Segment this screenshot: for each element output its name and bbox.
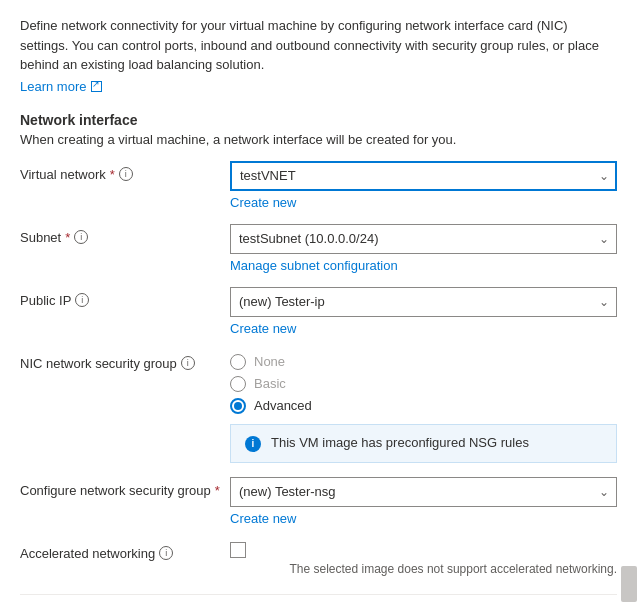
public-ip-create-new-link[interactable]: Create new <box>230 321 617 336</box>
configure-nsg-row: Configure network security group * (new)… <box>20 477 617 526</box>
nic-nsg-row: NIC network security group i None Basic … <box>20 350 617 463</box>
scrollbar[interactable] <box>621 566 637 602</box>
nic-nsg-control: None Basic Advanced i This VM image has … <box>230 350 617 463</box>
public-ip-dropdown-wrapper: (new) Tester-ip ⌄ <box>230 287 617 317</box>
accelerated-networking-label: Accelerated networking i <box>20 540 230 561</box>
public-ip-control: (new) Tester-ip ⌄ Create new <box>230 287 617 336</box>
virtual-network-label: Virtual network * i <box>20 161 230 182</box>
accelerated-networking-control: The selected image does not support acce… <box>230 540 617 576</box>
radio-none[interactable]: None <box>230 354 617 370</box>
radio-none-label: None <box>254 354 285 369</box>
nic-nsg-label: NIC network security group i <box>20 350 230 371</box>
public-ip-select[interactable]: (new) Tester-ip <box>230 287 617 317</box>
page-description: Define network connectivity for your vir… <box>20 16 617 75</box>
radio-advanced-circle <box>230 398 246 414</box>
virtual-network-control: testVNET ⌄ Create new <box>230 161 617 210</box>
nsg-info-box-icon: i <box>245 436 261 452</box>
radio-basic[interactable]: Basic <box>230 376 617 392</box>
virtual-network-select[interactable]: testVNET <box>230 161 617 191</box>
nic-nsg-radio-group: None Basic Advanced <box>230 350 617 414</box>
required-star-subnet: * <box>65 230 70 245</box>
nsg-info-box: i This VM image has preconfigured NSG ru… <box>230 424 617 463</box>
page-container: Define network connectivity for your vir… <box>0 0 637 602</box>
accelerated-networking-info-icon[interactable]: i <box>159 546 173 560</box>
virtual-network-info-icon[interactable]: i <box>119 167 133 181</box>
nic-nsg-info-icon[interactable]: i <box>181 356 195 370</box>
manage-subnet-link[interactable]: Manage subnet configuration <box>230 258 617 273</box>
subnet-row: Subnet * i testSubnet (10.0.0.0/24) ⌄ Ma… <box>20 224 617 273</box>
public-ip-label: Public IP i <box>20 287 230 308</box>
public-ip-info-icon[interactable]: i <box>75 293 89 307</box>
section-divider <box>20 594 617 595</box>
virtual-network-dropdown-wrapper: testVNET ⌄ <box>230 161 617 191</box>
radio-basic-circle <box>230 376 246 392</box>
virtual-network-row: Virtual network * i testVNET ⌄ Create ne… <box>20 161 617 210</box>
subnet-dropdown-wrapper: testSubnet (10.0.0.0/24) ⌄ <box>230 224 617 254</box>
radio-advanced[interactable]: Advanced <box>230 398 617 414</box>
subnet-label: Subnet * i <box>20 224 230 245</box>
accelerated-networking-row: Accelerated networking i The selected im… <box>20 540 617 576</box>
public-ip-row: Public IP i (new) Tester-ip ⌄ Create new <box>20 287 617 336</box>
configure-nsg-label: Configure network security group * <box>20 477 230 498</box>
virtual-network-create-new-link[interactable]: Create new <box>230 195 617 210</box>
required-star-nsg: * <box>215 483 220 498</box>
required-star: * <box>110 167 115 182</box>
subnet-select[interactable]: testSubnet (10.0.0.0/24) <box>230 224 617 254</box>
subnet-info-icon[interactable]: i <box>74 230 88 244</box>
configure-nsg-dropdown-wrapper: (new) Tester-nsg ⌄ <box>230 477 617 507</box>
nsg-info-box-text: This VM image has preconfigured NSG rule… <box>271 435 529 450</box>
radio-none-circle <box>230 354 246 370</box>
accelerated-networking-checkbox[interactable] <box>230 542 246 558</box>
configure-nsg-create-new-link[interactable]: Create new <box>230 511 617 526</box>
configure-nsg-select[interactable]: (new) Tester-nsg <box>230 477 617 507</box>
radio-advanced-label: Advanced <box>254 398 312 413</box>
radio-basic-label: Basic <box>254 376 286 391</box>
accelerated-networking-note: The selected image does not support acce… <box>230 562 617 576</box>
network-interface-subtitle: When creating a virtual machine, a netwo… <box>20 132 617 147</box>
subnet-control: testSubnet (10.0.0.0/24) ⌄ Manage subnet… <box>230 224 617 273</box>
network-interface-title: Network interface <box>20 112 617 128</box>
configure-nsg-control: (new) Tester-nsg ⌄ Create new <box>230 477 617 526</box>
learn-more-link[interactable]: Learn more <box>20 79 102 94</box>
external-link-icon <box>91 81 102 92</box>
